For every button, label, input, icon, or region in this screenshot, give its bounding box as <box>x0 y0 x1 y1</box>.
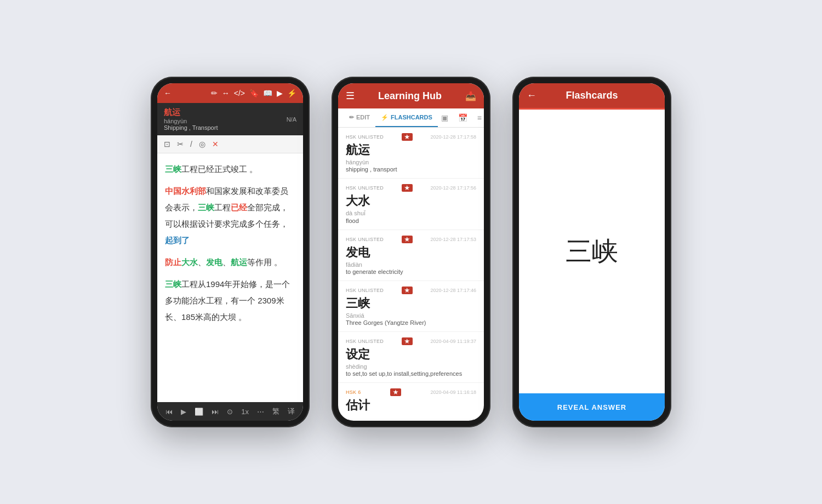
flag-icon-1 <box>402 184 413 192</box>
phone-hub: ☰ Learning Hub 📥 ✏ EDIT ⚡ FLASHCARDS ▣ 📅… <box>332 77 490 427</box>
word-pinyin-2: fādiàn <box>346 261 476 268</box>
play-footer-icon[interactable]: ▶ <box>181 408 186 416</box>
stop-icon[interactable]: ⬜ <box>195 408 203 416</box>
word-date-5: 2020-04-09 11:16:18 <box>430 390 476 395</box>
word-chinese-5: 估计 <box>346 397 370 414</box>
word-meaning-0: shipping , transport <box>346 166 476 173</box>
word-item-header-3: HSK Unlisted 2020-12-28 17:17:46 <box>346 287 476 294</box>
flashcard-screen: ← Flashcards 三峡 REVEAL ANSWER <box>519 83 665 421</box>
flash-card-area: 三峡 <box>519 110 665 393</box>
reader-back-icon[interactable]: ← <box>164 89 172 98</box>
word-tag-5: HSK 6 <box>346 390 361 395</box>
flash-back-icon[interactable]: ← <box>527 90 536 101</box>
code-icon[interactable]: </> <box>234 89 245 98</box>
word-pinyin-4: shèding <box>346 363 476 370</box>
word-meaning-1: flood <box>346 217 476 224</box>
word-date-1: 2020-12-28 17:17:56 <box>430 185 476 191</box>
hl-hangyun: 航运 <box>231 257 247 267</box>
word-row-3: 三峡 <box>346 295 476 312</box>
word-item-header-5: HSK 6 2020-04-09 11:16:18 <box>346 388 476 396</box>
grid-icon[interactable]: ▣ <box>438 108 452 127</box>
content-para3: 防止大水、发电、航运等作用 。 <box>165 254 295 271</box>
word-row-4: 设定 <box>346 346 476 363</box>
word-pinyin-3: Sānxiá <box>346 312 476 319</box>
word-chinese-3: 三峡 <box>346 295 370 312</box>
hub-save-icon[interactable]: 📥 <box>465 91 476 101</box>
menu-icon[interactable]: ☰ <box>346 90 355 102</box>
word-bar-na: N/A <box>287 116 296 123</box>
target-icon[interactable]: ◎ <box>199 140 206 148</box>
word-pinyin-1: dà shuǐ <box>346 210 476 217</box>
close-icon[interactable]: ✕ <box>212 140 219 148</box>
flash-icon-tab: ⚡ <box>381 114 389 121</box>
copy-icon[interactable]: ⊡ <box>164 140 170 148</box>
flag-icon-5 <box>390 388 401 396</box>
flag-icon-2 <box>402 236 413 243</box>
list-item[interactable]: HSK 6 2020-04-09 11:16:18 估计 <box>338 383 484 420</box>
hub-title: Learning Hub <box>378 90 442 102</box>
hl-fangzhi: 防止 <box>165 257 181 267</box>
word-row-1: 大水 <box>346 193 476 209</box>
word-tag-1: HSK Unlisted <box>346 185 384 191</box>
reveal-answer-label: REVEAL ANSWER <box>557 403 626 411</box>
word-meaning: Shipping , Transport <box>164 124 218 131</box>
play-icon[interactable]: ▶ <box>277 89 283 98</box>
phone-flashcards: ← Flashcards 三峡 REVEAL ANSWER <box>512 77 671 427</box>
list-item[interactable]: HSK Unlisted 2020-12-28 17:17:58 航运 háng… <box>338 128 484 179</box>
trad-icon[interactable]: 繁 <box>272 406 279 416</box>
content-para1: 三峡工程已经正式竣工 。 <box>165 161 295 177</box>
word-meaning-4: to set,to set up,to install,setting,pref… <box>346 370 476 377</box>
list-item[interactable]: HSK Unlisted 2020-12-28 17:17:53 发电 fādi… <box>338 230 484 281</box>
reveal-answer-button[interactable]: REVEAL ANSWER <box>519 393 665 421</box>
reader-screen: ← ✏ ↔ </> 🔖 📖 ▶ ⚡ 航运 hángyùn Shipping , … <box>157 83 303 421</box>
edit-label: EDIT <box>356 114 370 121</box>
hl-qidao: 起到了 <box>165 236 190 245</box>
edit-icon[interactable]: / <box>190 140 192 148</box>
hl-sanxia-3: 三峡 <box>165 279 181 289</box>
filter-icon[interactable]: ≡ <box>474 108 484 127</box>
reader-header-icons: ✏ ↔ </> 🔖 📖 ▶ ⚡ <box>211 89 296 98</box>
word-date-3: 2020-12-28 17:17:46 <box>430 288 476 293</box>
word-chinese-2: 发电 <box>346 244 370 261</box>
word-meaning-2: to generate electricity <box>346 268 476 275</box>
calendar-icon[interactable]: 📅 <box>455 108 471 127</box>
flash-word: 三峡 <box>566 234 618 269</box>
phones-container: ← ✏ ↔ </> 🔖 📖 ▶ ⚡ 航运 hángyùn Shipping , … <box>151 77 671 427</box>
more-icon[interactable]: ⋯ <box>257 408 264 416</box>
fastforward-icon[interactable]: ⏭ <box>212 408 219 416</box>
list-item[interactable]: HSK Unlisted 2020-12-28 17:17:56 大水 dà s… <box>338 179 484 230</box>
word-row-0: 航运 <box>346 142 476 158</box>
word-tag-2: HSK Unlisted <box>346 237 384 242</box>
word-item-header-4: HSK Unlisted 2020-04-09 11:19:37 <box>346 337 476 345</box>
word-chinese: 航运 <box>164 107 218 118</box>
bookmark-icon[interactable]: 🔖 <box>249 89 259 98</box>
word-tag-0: HSK Unlisted <box>346 134 384 140</box>
tab-edit[interactable]: ✏ EDIT <box>344 108 375 127</box>
pencil-icon[interactable]: ✏ <box>211 89 218 98</box>
loop-icon[interactable]: ⊙ <box>227 408 233 416</box>
hl-yijing: 已经 <box>231 203 247 212</box>
word-tag-4: HSK Unlisted <box>346 339 384 344</box>
rewind-icon[interactable]: ⏮ <box>165 408 173 416</box>
hl-sanxia-2: 三峡 <box>198 203 214 212</box>
hl-sanxia-1: 三峡 <box>165 164 181 174</box>
hub-tab-icons: ▣ 📅 ≡ <box>438 108 484 127</box>
word-item-header-1: HSK Unlisted 2020-12-28 17:17:56 <box>346 184 476 192</box>
list-item[interactable]: HSK Unlisted 2020-12-28 17:17:46 三峡 Sānx… <box>338 281 484 332</box>
flash-icon[interactable]: ⚡ <box>287 89 296 98</box>
word-chinese-4: 设定 <box>346 346 370 363</box>
phone-reader: ← ✏ ↔ </> 🔖 📖 ▶ ⚡ 航运 hángyùn Shipping , … <box>151 77 310 427</box>
speed-icon[interactable]: 1x <box>241 408 249 416</box>
list-item[interactable]: HSK Unlisted 2020-04-09 11:19:37 设定 shèd… <box>338 332 484 383</box>
flash-header: ← Flashcards <box>519 83 665 108</box>
book-icon[interactable]: 📖 <box>263 89 272 98</box>
arrows-icon[interactable]: ↔ <box>222 89 230 98</box>
word-date-0: 2020-12-28 17:17:58 <box>430 134 476 140</box>
translate-icon[interactable]: 译 <box>288 406 295 416</box>
reader-header: ← ✏ ↔ </> 🔖 📖 ▶ ⚡ <box>157 83 303 103</box>
flash-title: Flashcards <box>566 90 618 101</box>
tab-flashcards[interactable]: ⚡ FLASHCARDS <box>375 108 438 127</box>
reader-footer: ⏮ ▶ ⬜ ⏭ ⊙ 1x ⋯ 繁 译 <box>157 402 303 421</box>
cut-icon[interactable]: ✂ <box>177 140 184 148</box>
flashcards-label: FLASHCARDS <box>391 114 432 121</box>
